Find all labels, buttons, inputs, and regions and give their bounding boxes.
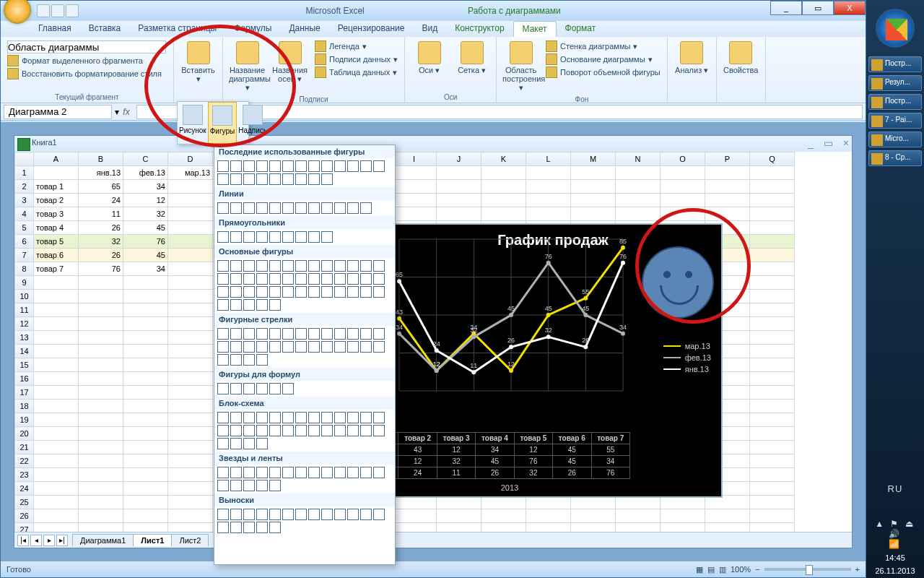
cell[interactable]	[750, 523, 795, 532]
close-button[interactable]: X	[834, 1, 866, 15]
cell[interactable]	[168, 249, 213, 262]
shape-item[interactable]	[269, 173, 281, 185]
shape-item[interactable]	[295, 328, 307, 340]
shape-item[interactable]	[282, 509, 294, 520]
shape-item[interactable]	[256, 383, 268, 394]
taskbar-item[interactable]: 7 - Pai...	[868, 113, 922, 129]
shape-item[interactable]	[217, 438, 229, 449]
shape-item[interactable]	[243, 412, 255, 423]
cell[interactable]	[661, 194, 705, 207]
cell[interactable]	[705, 523, 750, 532]
start-button[interactable]	[876, 9, 915, 48]
tray-icons[interactable]: ▲ ⚑ ⏏ 🔊	[869, 519, 921, 539]
cell[interactable]	[750, 207, 795, 221]
shape-item[interactable]	[373, 412, 385, 423]
sheet-nav-prev-icon[interactable]: ◂	[30, 535, 42, 546]
shape-item[interactable]	[217, 412, 229, 423]
cell[interactable]	[392, 523, 437, 532]
reset-style-button[interactable]: Восстановить форматирование стиля	[5, 67, 169, 80]
cell[interactable]	[79, 441, 123, 454]
shape-item[interactable]	[217, 354, 229, 366]
shape-item[interactable]	[256, 328, 268, 340]
shape-item[interactable]	[308, 173, 320, 185]
cell[interactable]	[79, 386, 123, 400]
shape-item[interactable]	[217, 173, 229, 185]
cell[interactable]	[168, 235, 213, 249]
cell[interactable]	[750, 372, 795, 386]
row-header[interactable]: 1	[15, 166, 34, 180]
shape-item[interactable]	[269, 286, 281, 298]
cell[interactable]	[168, 496, 213, 509]
shape-item[interactable]	[360, 328, 372, 340]
shape-item[interactable]	[347, 160, 359, 172]
shape-item[interactable]	[269, 412, 281, 423]
shape-item[interactable]	[269, 202, 281, 214]
shape-item[interactable]	[347, 425, 359, 436]
cell[interactable]	[392, 509, 437, 523]
cell[interactable]	[526, 166, 571, 180]
cell[interactable]	[79, 276, 123, 290]
cell[interactable]: товар 5	[34, 235, 79, 249]
zoom-value[interactable]: 100%	[731, 565, 751, 574]
shape-item[interactable]	[217, 202, 229, 214]
cell[interactable]	[34, 386, 79, 400]
taskbar-item[interactable]: Постр...	[868, 94, 922, 110]
shape-item[interactable]	[243, 299, 255, 311]
cell[interactable]	[168, 358, 213, 372]
cell[interactable]	[123, 413, 168, 427]
cell[interactable]	[123, 290, 168, 303]
cell[interactable]: фев.13	[123, 166, 168, 180]
insert-textbox-button[interactable]: Надпись	[237, 102, 269, 144]
cell[interactable]	[168, 386, 213, 400]
shape-item[interactable]	[243, 354, 255, 366]
shape-item[interactable]	[269, 231, 281, 243]
cell[interactable]	[34, 427, 79, 441]
shape-item[interactable]	[230, 438, 242, 449]
shape-item[interactable]	[334, 273, 346, 285]
axes-button[interactable]: Оси ▾	[409, 40, 449, 77]
shape-item[interactable]	[282, 173, 294, 185]
shape-item[interactable]	[347, 509, 359, 520]
shape-item[interactable]	[243, 522, 255, 533]
sheet-tab-sheet2[interactable]: Лист2	[171, 534, 209, 546]
shape-item[interactable]	[230, 412, 242, 423]
shape-item[interactable]	[269, 509, 281, 520]
shape-item[interactable]	[321, 173, 333, 185]
shape-item[interactable]	[334, 328, 346, 340]
cell[interactable]	[79, 413, 123, 427]
cell[interactable]	[705, 509, 750, 523]
shape-item[interactable]	[295, 509, 307, 520]
taskbar-item[interactable]: Постр...	[868, 56, 922, 72]
cell[interactable]	[392, 207, 437, 221]
cell[interactable]	[481, 509, 526, 523]
shape-item[interactable]	[295, 286, 307, 298]
shape-item[interactable]	[269, 467, 281, 478]
shape-item[interactable]	[308, 273, 320, 285]
shape-item[interactable]	[295, 173, 307, 185]
cell[interactable]	[750, 180, 795, 194]
shape-item[interactable]	[295, 412, 307, 423]
shape-item[interactable]	[321, 273, 333, 285]
cell[interactable]	[168, 454, 213, 468]
shape-item[interactable]	[334, 202, 346, 214]
axis-titles-button[interactable]: Названия осей ▾	[270, 40, 310, 85]
shape-item[interactable]	[217, 383, 229, 394]
properties-button[interactable]: Свойства	[721, 40, 761, 76]
tab-view[interactable]: Вид	[413, 21, 446, 37]
shape-item[interactable]	[321, 412, 333, 423]
shape-item[interactable]	[217, 467, 229, 478]
cell[interactable]: 26	[79, 249, 123, 262]
shape-item[interactable]	[217, 509, 229, 520]
cell[interactable]	[750, 441, 795, 454]
tab-formulas[interactable]: Формулы	[225, 21, 280, 37]
chart-element-selector[interactable]	[7, 40, 166, 53]
smiley-shape[interactable]	[642, 246, 714, 319]
row-header[interactable]: 12	[15, 317, 34, 331]
language-indicator[interactable]: RU	[869, 483, 921, 494]
cell[interactable]	[616, 180, 661, 194]
shape-item[interactable]	[321, 467, 333, 478]
cell[interactable]	[168, 468, 213, 482]
shape-item[interactable]	[295, 273, 307, 285]
shape-item[interactable]	[217, 522, 229, 533]
cell[interactable]	[661, 180, 705, 194]
